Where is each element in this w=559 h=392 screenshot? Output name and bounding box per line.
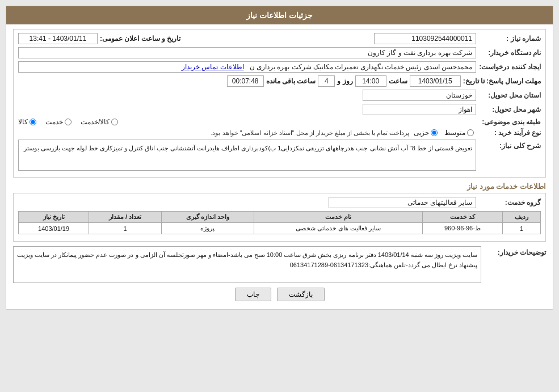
requester-value: محمدحسن اسدی رئیس خدمات نگهداری تعمیرات … [18, 61, 476, 73]
label-announce-date: تاریخ و ساعت اعلان عمومی: [100, 35, 180, 43]
remaining-value: 00:07:48 [227, 75, 264, 87]
label-purchase-type: نوع فرآیند خرید : [478, 129, 541, 137]
label-description: شرح کلی نیاز: [478, 140, 541, 150]
service-group-value: سایر فعالیتهای خدماتی [329, 197, 476, 208]
description-value: تعویض قسمتی از خط 8" آب آتش نشانی جنب هد… [18, 140, 476, 171]
province-value: خوزستان [363, 90, 476, 101]
category-radio-group: کالا/خدمت خدمت کالا [18, 118, 476, 126]
items-table: ردیف کد خدمت نام خدمت واحد اندازه گیری ت… [18, 211, 541, 234]
buttons-row: بازگشت چاپ [13, 288, 546, 301]
purchase-type-text: پرداخت تمام یا بخشی از مبلغ خریدار از مح… [18, 129, 409, 137]
col-code: کد خدمت [423, 212, 502, 223]
radio-khedmat[interactable]: خدمت [45, 118, 72, 126]
label-response-time: ساعت [389, 77, 407, 85]
label-category: طبقه بندی موضوعی: [478, 118, 541, 126]
buyer-org-value: شرکت بهره برداری نفت و گاز کارون [18, 47, 476, 58]
requester-contact-link[interactable]: اطلاعات تماس خریدار [182, 63, 244, 71]
label-requester: ایجاد کننده درخواست: [478, 63, 541, 71]
label-buyer-org: نام دستگاه خریدار: [478, 49, 541, 57]
need-number-value: 1103092544000011 [374, 33, 476, 44]
radio-kala-khedmat[interactable]: کالا/خدمت [81, 118, 118, 126]
label-response-days: روز و [337, 77, 352, 85]
services-section-title: اطلاعات خدمات مورد نیاز [13, 182, 546, 191]
col-unit: واحد اندازه گیری [162, 212, 254, 223]
label-need-number: شماره نیاز : [478, 35, 541, 43]
page-title: جزئیات اطلاعات نیاز [246, 11, 313, 20]
label-response-deadline: مهلت ارسال پاسخ: تا تاریخ: [463, 77, 541, 85]
label-notes: توضیحات خریدار: [484, 246, 546, 256]
table-row: 1ط-96-96-960سایر فعالیت های خدماتی شخصیپ… [19, 223, 541, 234]
back-button[interactable]: بازگشت [277, 288, 325, 301]
label-service-group: گروه خدمت: [478, 199, 541, 206]
notes-value: سایت ویزیت روز سه شنبه 1403/01/14 دفتر ب… [13, 246, 481, 283]
response-time-value: 14:00 [355, 75, 386, 87]
radio-motavaset[interactable]: متوسط [444, 129, 474, 137]
city-value: اهواز [363, 104, 476, 115]
label-remaining: ساعت باقی مانده [266, 77, 316, 85]
announce-date-value: 1403/01/11 - 13:41 [18, 33, 98, 44]
label-city: شهر محل تحویل: [478, 106, 541, 113]
col-qty: تعداد / مقدار [89, 212, 162, 223]
radio-jozi[interactable]: جزیی [414, 129, 438, 137]
col-row: ردیف [502, 212, 540, 223]
print-button[interactable]: چاپ [235, 288, 271, 301]
col-date: تاریخ نیاز [19, 212, 89, 223]
response-date-value: 1403/01/15 [410, 75, 461, 87]
label-province: استان محل تحویل: [478, 91, 541, 99]
response-days-value: 4 [318, 75, 335, 87]
col-name: نام خدمت [254, 212, 423, 223]
radio-kala[interactable]: کالا [18, 118, 36, 126]
purchase-type-options: متوسط جزیی [414, 129, 474, 137]
page-header: جزئیات اطلاعات نیاز [6, 6, 553, 24]
